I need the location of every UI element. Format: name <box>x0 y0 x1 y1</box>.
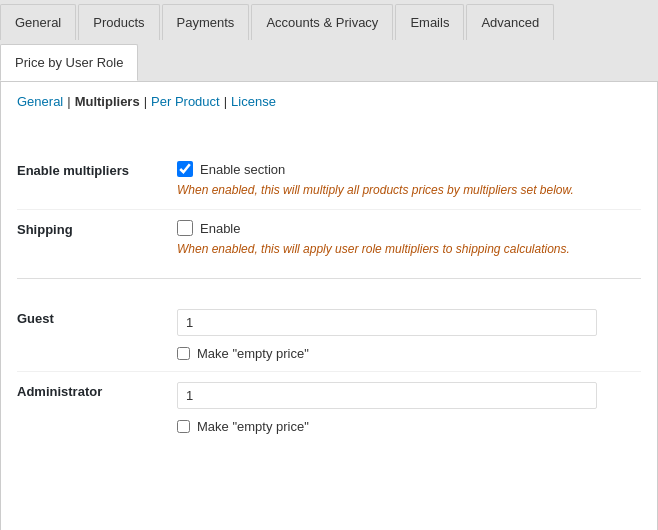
role-content-guest: Make "empty price" <box>177 299 641 372</box>
content-area: General|Multipliers|Per Product|License … <box>0 82 658 530</box>
checkbox-label-shipping: Enable <box>200 221 240 236</box>
field-label-enable-multipliers: Enable multipliers <box>17 151 177 210</box>
role-label-administrator: Administrator <box>17 372 177 445</box>
breadcrumb-separator: | <box>67 94 70 109</box>
breadcrumb-current: Multipliers <box>75 94 140 109</box>
role-label-guest: Guest <box>17 299 177 372</box>
make-empty-checkbox-administrator[interactable] <box>177 420 190 433</box>
tab-accounts-privacy[interactable]: Accounts & Privacy <box>251 4 393 40</box>
checkbox-enable-multipliers[interactable] <box>177 161 193 177</box>
tab-price-by-user-role[interactable]: Price by User Role <box>0 44 138 81</box>
role-input-administrator[interactable] <box>177 382 597 409</box>
make-empty-checkbox-guest[interactable] <box>177 347 190 360</box>
hint-text-shipping: When enabled, this will apply user role … <box>177 240 641 258</box>
checkbox-shipping[interactable] <box>177 220 193 236</box>
tab-products[interactable]: Products <box>78 4 159 40</box>
tab-emails[interactable]: Emails <box>395 4 464 40</box>
breadcrumb: General|Multipliers|Per Product|License <box>17 94 641 109</box>
breadcrumb-link-general[interactable]: General <box>17 94 63 109</box>
tab-general[interactable]: General <box>0 4 76 40</box>
role-input-guest[interactable] <box>177 309 597 336</box>
tabs-bar: GeneralProductsPaymentsAccounts & Privac… <box>0 0 658 82</box>
breadcrumb-link-per-product[interactable]: Per Product <box>151 94 220 109</box>
tab-advanced[interactable]: Advanced <box>466 4 554 40</box>
field-content-enable-multipliers: Enable sectionWhen enabled, this will mu… <box>177 151 641 210</box>
field-row-shipping: ShippingEnableWhen enabled, this will ap… <box>17 210 641 269</box>
hint-text-enable-multipliers: When enabled, this will multiply all pro… <box>177 181 641 199</box>
role-row-administrator: AdministratorMake "empty price" <box>17 372 641 445</box>
role-row-guest: GuestMake "empty price" <box>17 299 641 372</box>
form-table: Enable multipliersEnable sectionWhen ena… <box>17 151 641 268</box>
breadcrumb-link-license[interactable]: License <box>231 94 276 109</box>
roles-table: GuestMake "empty price"AdministratorMake… <box>17 299 641 444</box>
breadcrumb-separator: | <box>224 94 227 109</box>
checkbox-label-enable-multipliers: Enable section <box>200 162 285 177</box>
field-row-enable-multipliers: Enable multipliersEnable sectionWhen ena… <box>17 151 641 210</box>
make-empty-label-administrator: Make "empty price" <box>197 419 309 434</box>
tab-payments[interactable]: Payments <box>162 4 250 40</box>
role-content-administrator: Make "empty price" <box>177 372 641 445</box>
multipliers-section-title <box>17 278 641 285</box>
page-title <box>17 123 641 131</box>
field-label-shipping: Shipping <box>17 210 177 269</box>
make-empty-label-guest: Make "empty price" <box>197 346 309 361</box>
breadcrumb-separator: | <box>144 94 147 109</box>
field-content-shipping: EnableWhen enabled, this will apply user… <box>177 210 641 269</box>
